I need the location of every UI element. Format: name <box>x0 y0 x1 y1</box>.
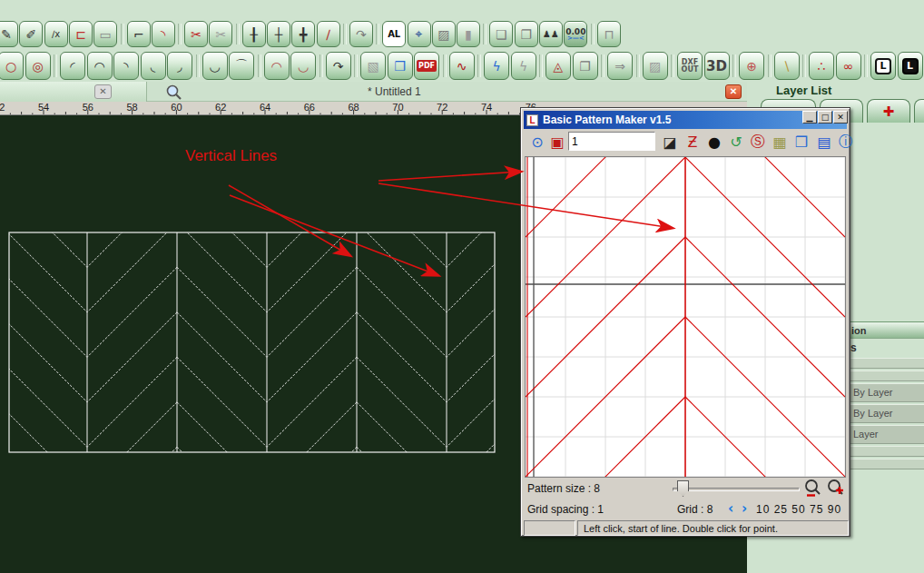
zoom-magnifier-icon[interactable] <box>165 84 182 101</box>
layer-black-icon[interactable]: L <box>898 52 923 80</box>
text-al-icon[interactable]: AL <box>382 21 406 47</box>
layer-white-icon[interactable]: L <box>870 52 896 80</box>
zigzag-blue-icon[interactable]: ϟ <box>484 52 509 80</box>
zigzag-disabled-icon[interactable]: ϟ <box>511 52 536 80</box>
arc-small2-icon[interactable]: ◡ <box>290 52 316 80</box>
grid-increase-icon[interactable]: › <box>742 500 747 517</box>
zoom-in-icon[interactable] <box>826 479 846 499</box>
arc-end-icon[interactable]: ◜ <box>60 52 85 80</box>
two-figures-icon[interactable]: ♟♟ <box>539 21 563 47</box>
zigzag-z-icon[interactable]: Ƶ <box>683 132 703 152</box>
save-icon[interactable]: ▤ <box>814 132 834 152</box>
toolbar-separator <box>121 24 124 44</box>
arc-bottom-icon[interactable]: ◞ <box>167 52 192 80</box>
overlap-squares-icon[interactable]: ❐ <box>573 52 598 80</box>
grid-icon[interactable]: ▦ <box>770 132 790 152</box>
open-folder-icon[interactable]: ❒ <box>791 132 811 152</box>
tab-bar: ✕ * Untitled 1 ✕ <box>0 82 747 102</box>
arc-top-icon[interactable]: ◠ <box>87 52 113 80</box>
close-button[interactable]: ✕ <box>833 111 848 123</box>
toolbar-separator <box>591 24 595 44</box>
annotation-text: Vertical Lines <box>185 147 277 165</box>
s-hatch-icon[interactable]: Ⓢ <box>748 132 768 152</box>
dialog-app-icon: L <box>526 114 538 126</box>
info-icon[interactable]: ⓘ <box>836 132 856 152</box>
toolbar-separator <box>636 54 640 77</box>
arc-arrow-icon[interactable]: ↷ <box>326 52 351 80</box>
tab-close-icon[interactable]: ✕ <box>94 84 112 99</box>
minimize-button[interactable]: ▁ <box>802 111 817 123</box>
pattern-number-input[interactable] <box>568 132 655 151</box>
eraser-stick-icon[interactable]: ▮ <box>457 21 480 47</box>
extend-lines-icon[interactable]: ╂ <box>242 21 266 47</box>
red-points-icon[interactable]: ∴ <box>809 52 834 80</box>
arc-chord-icon[interactable]: ⌒ <box>229 52 254 80</box>
toolbar-separator <box>54 54 57 77</box>
dialog-titlebar[interactable]: L Basic Pattern Maker v1.5 <box>524 111 847 129</box>
toolbar-separator <box>671 54 674 77</box>
arc-radius-icon[interactable]: ◡ <box>202 52 228 80</box>
pdf-export-icon[interactable]: PDF <box>414 52 439 80</box>
arc-left-icon[interactable]: ◟ <box>141 52 166 80</box>
dimension-box-icon[interactable]: ▭ <box>93 21 117 47</box>
ellipse-handles-icon[interactable]: ◎ <box>25 52 51 80</box>
paint-roller-icon[interactable]: ⊓ <box>597 21 621 47</box>
scissors-disabled-icon[interactable]: ✂ <box>209 21 232 47</box>
basic-pattern-maker-dialog: L Basic Pattern Maker v1.5 ▁□✕ ⊙▣◪Ƶ●↺Ⓢ▦❒… <box>520 107 850 537</box>
line-point-icon[interactable]: ∕ <box>317 21 340 47</box>
pattern-size-slider-thumb[interactable] <box>677 480 689 497</box>
red-circles-icon[interactable]: ∞ <box>836 52 861 80</box>
dialog-statusbar: Left click, start of line. Double click … <box>521 520 851 536</box>
arc-rotate-icon[interactable]: ↷ <box>349 21 373 47</box>
ellipse-tool-icon[interactable]: ○ <box>0 52 24 80</box>
trim-lines-icon[interactable]: ╋ <box>291 21 315 47</box>
threed-icon[interactable]: 3D <box>704 52 730 80</box>
line-map-icon[interactable]: ⇒ <box>607 52 633 80</box>
layer-property-label: By Layer <box>853 408 892 419</box>
preview-eye-icon[interactable]: ⊙ <box>527 132 547 152</box>
image-icon[interactable]: ◪ <box>660 132 680 152</box>
grid-presets[interactable]: 10 25 50 75 90 <box>756 503 841 516</box>
pattern-size-slider[interactable] <box>673 488 800 491</box>
toolbar-separator <box>802 54 806 77</box>
corner-line-icon[interactable]: ⌐ <box>127 21 151 47</box>
grid-spacing-label: Grid spacing : 1 <box>527 503 604 516</box>
draw-polyline-pen-icon[interactable]: ✐ <box>19 21 43 47</box>
corner-arc-icon[interactable]: ◝ <box>152 21 175 47</box>
hatch-box-icon[interactable]: ▨ <box>643 52 668 80</box>
target-circle-icon[interactable]: ⊕ <box>739 52 764 80</box>
undo-icon[interactable]: ↺ <box>726 132 746 152</box>
toolbar-separator <box>178 24 182 44</box>
layer-extra-button[interactable] <box>914 99 924 123</box>
gap-tolerance-icon[interactable]: 0.00>—< <box>564 21 587 47</box>
draw-line-pen-icon[interactable]: ✎ <box>0 21 18 47</box>
document-tab[interactable]: ✕ <box>0 82 147 102</box>
image-export-icon[interactable]: ▧ <box>360 52 386 80</box>
break-line-icon[interactable]: ┼ <box>267 21 290 47</box>
pattern-grid-area[interactable] <box>526 157 845 477</box>
hatch-pencil-icon[interactable]: ▨ <box>432 21 456 47</box>
pattern-frame-icon[interactable]: ▣ <box>547 132 567 152</box>
scale-line-icon[interactable]: ∕x <box>44 21 68 47</box>
dxf-out-icon[interactable]: DXF OUT <box>677 52 703 80</box>
panel-subheader-label: s <box>850 341 857 354</box>
maximize-button[interactable]: □ <box>818 111 832 123</box>
copy-backward-icon[interactable]: ❐ <box>515 21 538 47</box>
status-box-empty <box>524 520 575 536</box>
copy-forward-icon[interactable]: ❏ <box>489 21 513 47</box>
arc-right-icon[interactable]: ◝ <box>113 52 139 80</box>
offset-shape-icon[interactable]: ⊏ <box>69 21 93 47</box>
folder-import-icon[interactable]: ❒ <box>388 52 413 80</box>
grid-decrease-icon[interactable]: ‹ <box>728 500 733 517</box>
dot-icon[interactable]: ● <box>704 132 724 152</box>
scissors-icon[interactable]: ✂ <box>184 21 208 47</box>
zoom-out-icon[interactable] <box>803 479 823 499</box>
morph-shape-icon[interactable]: ◬ <box>546 52 571 80</box>
broom-icon[interactable]: ∖ <box>774 52 800 80</box>
curve-tool-icon[interactable]: ∿ <box>449 52 475 80</box>
toolbar-separator <box>539 54 543 77</box>
layer-add-button[interactable]: ✚ <box>867 99 910 123</box>
dimension-compass-icon[interactable]: ⌖ <box>408 21 431 47</box>
arc-small-icon[interactable]: ◠ <box>264 52 290 80</box>
document-close-icon[interactable]: ✕ <box>725 84 742 99</box>
